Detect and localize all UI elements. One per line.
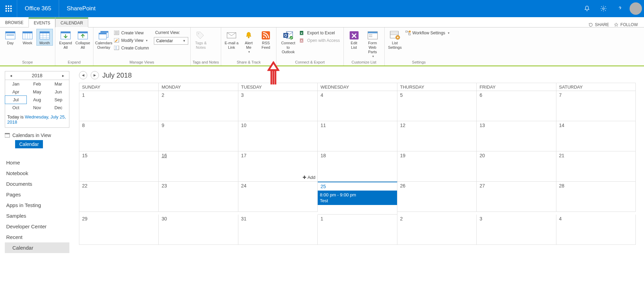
calendar-cell[interactable]: 29: [79, 215, 159, 245]
list-settings-button[interactable]: List Settings: [387, 29, 403, 50]
nav-dev[interactable]: Developer Center: [5, 221, 69, 232]
calendar-cell[interactable]: 18: [318, 151, 397, 182]
calendar-event[interactable]: 8:00 pm - 9:00 pmTest: [318, 191, 397, 205]
mini-month-apr[interactable]: Apr: [5, 88, 26, 96]
calendar-cell[interactable]: 27: [477, 182, 556, 212]
mini-month-mar[interactable]: Mar: [48, 80, 69, 88]
calendar-cell[interactable]: 30: [159, 215, 238, 245]
suite-brand[interactable]: Office 365: [17, 0, 59, 17]
nav-recent[interactable]: Recent: [5, 232, 69, 242]
calendar-cell[interactable]: 19: [397, 151, 477, 182]
calendar-cell[interactable]: 2: [159, 91, 238, 121]
svg-text:O: O: [284, 34, 287, 37]
calendar-cell[interactable]: 1: [318, 215, 397, 245]
current-view-select[interactable]: Calendar ▼: [154, 37, 188, 45]
nav-notebook[interactable]: Notebook: [5, 168, 69, 179]
nav-pages[interactable]: Pages: [5, 189, 69, 200]
calendars-overlay-button[interactable]: Calendars Overlay: [95, 29, 112, 50]
email-link-button[interactable]: E-mail a Link: [223, 29, 240, 50]
mini-month-aug[interactable]: Aug: [26, 96, 48, 104]
calendar-cell[interactable]: 3: [477, 215, 556, 245]
calendar-badge[interactable]: Calendar: [15, 140, 43, 148]
modify-view-button[interactable]: Modify View: [113, 37, 150, 44]
calendar-cell[interactable]: 23: [159, 182, 238, 212]
add-event-link[interactable]: ✚ Add: [303, 175, 315, 180]
prev-month-button[interactable]: ◄: [79, 71, 87, 79]
calendar-cell[interactable]: 24: [238, 182, 318, 212]
settings-icon[interactable]: [595, 0, 612, 17]
calendar-cell[interactable]: 4: [556, 215, 636, 245]
calendar-cell[interactable]: 20: [477, 151, 556, 182]
calendar-cell[interactable]: 22: [79, 182, 159, 212]
calendar-cell[interactable]: 13: [477, 121, 556, 151]
nav-home[interactable]: Home: [5, 157, 69, 168]
mini-month-oct[interactable]: Oct: [5, 104, 26, 112]
calendar-cell[interactable]: 14: [556, 121, 636, 151]
nav-samples[interactable]: Samples: [5, 210, 69, 221]
calendar-cell[interactable]: 16: [159, 151, 238, 182]
calendar-cell[interactable]: 258:00 pm - 9:00 pmTest: [318, 182, 397, 215]
mini-month-nov[interactable]: Nov: [26, 104, 48, 112]
calendar-cell[interactable]: 26: [397, 182, 477, 212]
list-settings-label: List Settings: [388, 41, 402, 50]
notifications-icon[interactable]: [579, 0, 595, 17]
workflow-settings-button[interactable]: Workflow Settings: [404, 30, 451, 36]
connect-outlook-button[interactable]: O Connect to Outlook: [279, 29, 298, 55]
calendar-cell[interactable]: 6: [477, 91, 556, 121]
open-access-button[interactable]: A Open with Access: [298, 37, 341, 44]
calendar-cell[interactable]: 5: [397, 91, 477, 121]
tab-calendar[interactable]: CALENDAR: [55, 18, 88, 27]
scope-week-button[interactable]: Week: [19, 29, 36, 46]
calendar-cell[interactable]: 17✚ Add: [238, 151, 318, 182]
tags-notes-button[interactable]: Tags & Notes: [193, 29, 209, 50]
calendar-cell[interactable]: 7: [556, 91, 636, 121]
svg-rect-5: [23, 32, 32, 33]
nav-documents[interactable]: Documents: [5, 179, 69, 189]
calendar-cell[interactable]: 2: [397, 215, 477, 245]
edit-list-button[interactable]: Edit List: [346, 29, 362, 50]
mini-month-sep[interactable]: Sep: [48, 96, 69, 104]
mini-month-may[interactable]: May: [26, 88, 48, 96]
calendar-cell[interactable]: 12: [397, 121, 477, 151]
export-excel-button[interactable]: X Export to Excel: [298, 30, 341, 36]
calendar-cell[interactable]: 8: [79, 121, 159, 151]
calendar-cell[interactable]: 1: [79, 91, 159, 121]
mini-prev-year[interactable]: ◄: [7, 73, 15, 78]
calendar-cell[interactable]: 31: [238, 215, 318, 245]
scope-month-button[interactable]: Month: [36, 29, 53, 46]
calendar-cell[interactable]: 9: [159, 121, 238, 151]
rss-feed-button[interactable]: RSS Feed: [258, 29, 274, 50]
calendar-cell[interactable]: 15: [79, 151, 159, 182]
share-action[interactable]: SHARE: [588, 22, 609, 27]
nav-apps[interactable]: Apps in Testing: [5, 200, 69, 210]
tab-browse[interactable]: BROWSE: [0, 18, 29, 27]
scope-day-button[interactable]: Day: [2, 29, 19, 46]
mini-month-jan[interactable]: Jan: [5, 80, 26, 88]
alert-me-button[interactable]: Alert Me: [240, 29, 257, 55]
calendar-cell[interactable]: 11: [318, 121, 397, 151]
mini-next-year[interactable]: ►: [59, 73, 67, 78]
help-icon[interactable]: [612, 0, 628, 17]
suite-app[interactable]: SharePoint: [59, 5, 103, 12]
mini-month-jun[interactable]: Jun: [48, 88, 69, 96]
nav-calendar[interactable]: Calendar: [5, 242, 69, 253]
follow-action[interactable]: FOLLOW: [614, 22, 638, 27]
create-view-button[interactable]: Create View: [113, 30, 150, 36]
calendar-cell[interactable]: 28: [556, 182, 636, 212]
collapse-all-button[interactable]: Collapse All: [75, 29, 91, 50]
calendar-cell[interactable]: 10: [238, 121, 318, 151]
next-month-button[interactable]: ►: [91, 71, 99, 79]
day-header: TUESDAY: [238, 83, 318, 91]
mini-month-feb[interactable]: Feb: [26, 80, 48, 88]
mini-month-jul[interactable]: Jul: [5, 95, 27, 104]
app-launcher[interactable]: [0, 0, 17, 17]
mini-month-dec[interactable]: Dec: [48, 104, 69, 112]
tab-events[interactable]: EVENTS: [29, 18, 55, 27]
user-avatar[interactable]: [630, 2, 642, 15]
calendar-cell[interactable]: 21: [556, 151, 636, 182]
form-web-parts-button[interactable]: Form Web Parts: [363, 29, 382, 59]
expand-all-button[interactable]: Expand All: [57, 29, 74, 50]
create-column-button[interactable]: Create Column: [113, 45, 150, 52]
calendar-cell[interactable]: 3: [238, 91, 318, 121]
calendar-cell[interactable]: 4: [318, 91, 397, 121]
